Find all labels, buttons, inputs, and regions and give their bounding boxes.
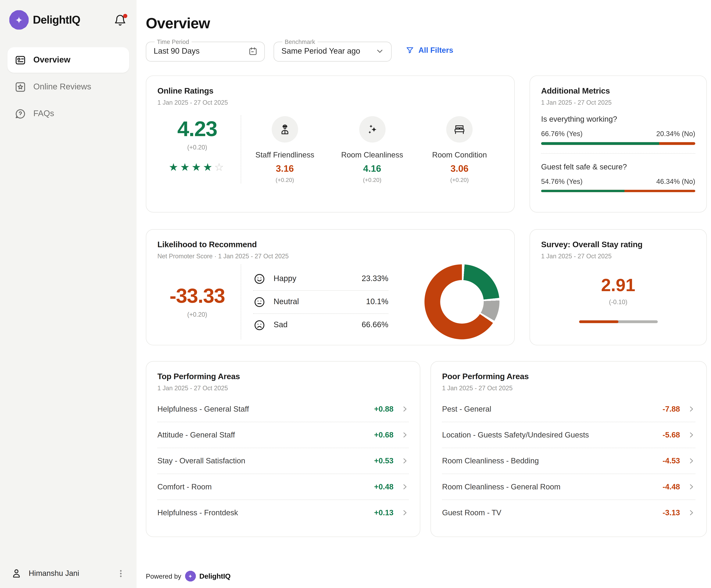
area-value: -7.88 bbox=[663, 405, 680, 414]
nps-donut-chart bbox=[425, 265, 499, 339]
card-date-range: 1 Jan 2025 - 27 Oct 2025 bbox=[442, 385, 695, 392]
benchmark-label: Benchmark bbox=[282, 38, 318, 45]
survey-bar-fill bbox=[579, 320, 618, 323]
funnel-icon bbox=[406, 46, 414, 55]
powered-by-label: Powered by bbox=[146, 572, 181, 580]
faq-icon bbox=[15, 108, 26, 120]
sentiment-row-neutral: Neutral 10.1% bbox=[253, 290, 388, 313]
chevron-right-icon bbox=[401, 509, 409, 517]
metric-icon-circle bbox=[272, 116, 298, 143]
metric-icon-circle bbox=[359, 116, 385, 143]
metric-value: 3.06 bbox=[450, 163, 469, 174]
user-name: Himanshu Jani bbox=[29, 569, 109, 578]
notifications-button[interactable] bbox=[114, 14, 126, 26]
yes-bar-fill bbox=[541, 142, 659, 145]
yes-bar-fill bbox=[541, 190, 625, 192]
area-row[interactable]: Room Cleanliness - General Room -4.48 bbox=[442, 474, 695, 500]
poor-areas-list: Pest - General -7.88 Location - Guests S… bbox=[442, 396, 695, 525]
area-label: Location - Guests Safety/Undesired Guest… bbox=[442, 430, 663, 439]
card-subtitle: Net Promoter Score · 1 Jan 2025 - 27 Oct… bbox=[157, 253, 503, 260]
card-date-range: 1 Jan 2025 - 27 Oct 2025 bbox=[541, 99, 695, 106]
card-title: Additional Metrics bbox=[541, 86, 695, 96]
rating-metric-room-cleanliness: Room Cleanliness 4.16 (+0.20) bbox=[328, 116, 416, 183]
area-label: Attitude - General Staff bbox=[157, 430, 374, 439]
nps-delta: (+0.20) bbox=[187, 311, 207, 318]
user-avatar-icon bbox=[11, 568, 22, 579]
user-menu[interactable]: Himanshu Jani bbox=[7, 568, 129, 580]
card-title: Poor Performing Areas bbox=[442, 372, 695, 381]
time-period-filter[interactable]: Time Period Last 90 Days bbox=[146, 38, 265, 61]
benchmark-filter[interactable]: Benchmark Same Period Year ago bbox=[274, 38, 392, 61]
chevron-right-icon bbox=[401, 457, 409, 465]
calendar-icon bbox=[248, 46, 258, 56]
happy-face-icon bbox=[253, 272, 266, 285]
filters-bar: Time Period Last 90 Days Benchmark Same … bbox=[146, 38, 707, 61]
yes-no-bar bbox=[541, 142, 695, 145]
metric-icon-circle bbox=[446, 116, 473, 143]
neutral-face-icon bbox=[253, 296, 266, 308]
nps-score: -33.33 bbox=[170, 286, 225, 306]
area-row[interactable]: Stay - Overall Satisfaction +0.53 bbox=[157, 448, 409, 474]
benchmark-value: Same Period Year ago bbox=[281, 46, 360, 56]
metric-delta: (+0.20) bbox=[450, 177, 469, 183]
question-text: Guest felt safe & secure? bbox=[541, 162, 695, 171]
sidebar-item-overview[interactable]: Overview bbox=[7, 47, 129, 73]
kebab-menu-icon[interactable] bbox=[116, 569, 125, 578]
sentiment-label: Happy bbox=[274, 274, 354, 283]
area-value: -4.48 bbox=[663, 482, 680, 491]
area-value: -4.53 bbox=[663, 456, 680, 465]
bellhop-icon bbox=[279, 123, 291, 135]
star-filled-icon: ★ bbox=[180, 161, 192, 173]
all-filters-label: All Filters bbox=[418, 46, 453, 55]
sentiment-value: 23.33% bbox=[362, 274, 388, 283]
sidebar-item-label: FAQs bbox=[33, 109, 54, 119]
notification-dot bbox=[123, 14, 127, 18]
area-label: Helpfulness - General Staff bbox=[157, 405, 374, 414]
chevron-right-icon bbox=[687, 509, 695, 517]
area-row[interactable]: Helpfulness - General Staff +0.88 bbox=[157, 396, 409, 422]
app-logo-icon: ✦ bbox=[10, 11, 28, 29]
sidebar-item-online-reviews[interactable]: Online Reviews bbox=[7, 74, 129, 100]
metric-label: Room Cleanliness bbox=[341, 150, 403, 160]
star-rating: ★★★★☆ bbox=[169, 162, 226, 172]
area-value: +0.53 bbox=[374, 456, 393, 465]
star-filled-icon: ★ bbox=[192, 161, 203, 173]
survey-score: 2.91 bbox=[601, 276, 635, 294]
area-row[interactable]: Room Cleanliness - Bedding -4.53 bbox=[442, 448, 695, 474]
sparkle-icon: ✦ bbox=[10, 11, 28, 29]
area-label: Helpfulness - Frontdesk bbox=[157, 508, 374, 517]
area-value: -5.68 bbox=[663, 430, 680, 439]
yes-no-metric: Guest felt safe & secure? 54.76% (Yes) 4… bbox=[541, 162, 695, 192]
area-value: +0.68 bbox=[374, 430, 393, 439]
area-row[interactable]: Pest - General -7.88 bbox=[442, 396, 695, 422]
top-areas-list: Helpfulness - General Staff +0.88 Attitu… bbox=[157, 396, 409, 525]
area-row[interactable]: Helpfulness - Frontdesk +0.13 bbox=[157, 500, 409, 525]
area-row[interactable]: Location - Guests Safety/Undesired Guest… bbox=[442, 422, 695, 448]
sentiment-label: Neutral bbox=[274, 297, 358, 307]
chevron-right-icon bbox=[401, 483, 409, 490]
rating-metric-staff-friendliness: Staff Friendliness 3.16 (+0.20) bbox=[241, 116, 328, 183]
area-row[interactable]: Attitude - General Staff +0.68 bbox=[157, 422, 409, 448]
all-filters-button[interactable]: All Filters bbox=[406, 46, 453, 55]
metric-label: Room Condition bbox=[432, 150, 487, 160]
card-date-range: 1 Jan 2025 - 27 Oct 2025 bbox=[157, 385, 409, 392]
sidebar-item-label: Online Reviews bbox=[33, 82, 91, 92]
time-period-label: Time Period bbox=[155, 38, 192, 45]
area-row[interactable]: Comfort - Room +0.48 bbox=[157, 474, 409, 500]
chevron-right-icon bbox=[687, 457, 695, 465]
card-title: Survey: Overall Stay rating bbox=[541, 240, 695, 250]
yes-percentage: 54.76% (Yes) bbox=[541, 177, 583, 185]
area-row[interactable]: Guest Room - TV -3.13 bbox=[442, 500, 695, 525]
main-content: Overview Time Period Last 90 Days Benchm… bbox=[136, 0, 711, 588]
sidebar-item-faqs[interactable]: FAQs bbox=[7, 101, 129, 126]
card-date-range: 1 Jan 2025 - 27 Oct 2025 bbox=[157, 99, 503, 106]
rating-metric-room-condition: Room Condition 3.06 (+0.20) bbox=[416, 116, 503, 183]
sentiment-row-happy: Happy 23.33% bbox=[253, 267, 388, 290]
time-period-value: Last 90 Days bbox=[154, 46, 200, 56]
area-value: +0.48 bbox=[374, 482, 393, 491]
sentiment-value: 10.1% bbox=[366, 297, 388, 307]
area-value: +0.13 bbox=[374, 508, 393, 517]
chevron-down-icon bbox=[375, 46, 385, 56]
vertical-divider bbox=[241, 265, 241, 339]
metric-delta: (+0.20) bbox=[363, 177, 382, 183]
